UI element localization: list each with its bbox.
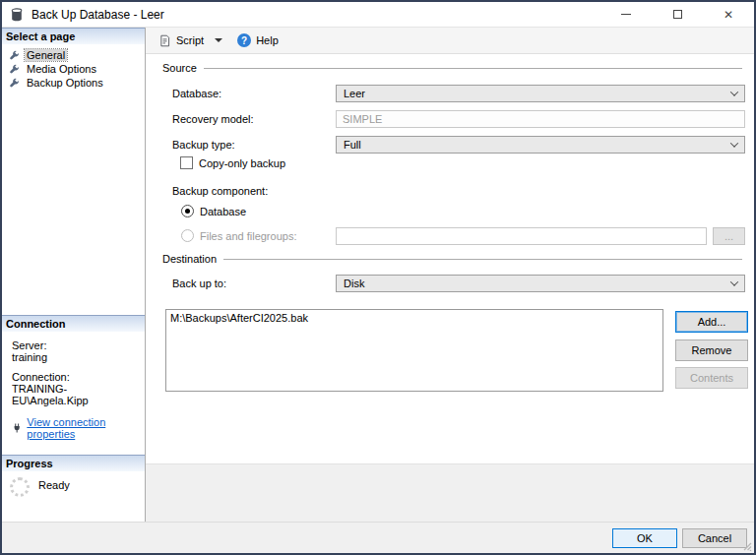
source-group-label: Source	[162, 62, 197, 74]
back-up-to-select[interactable]: Disk	[336, 275, 745, 292]
database-icon	[10, 8, 24, 22]
back-up-to-label: Back up to:	[172, 275, 226, 292]
window-title: Back Up Database - Leer	[32, 8, 164, 22]
script-dropdown-icon[interactable]	[215, 38, 222, 42]
remove-button[interactable]: Remove	[675, 339, 748, 361]
backup-component-label: Backup component:	[172, 182, 268, 200]
backup-database-dialog: Back Up Database - Leer ✕ Select a page …	[0, 0, 756, 555]
files-filegroups-radio	[181, 229, 194, 242]
server-label: Server:	[12, 339, 139, 351]
backup-destination-list[interactable]: M:\Backups\AfterCI2025.bak	[165, 309, 663, 392]
select-a-page-header: Select a page	[2, 28, 145, 44]
wrench-icon	[9, 50, 20, 61]
page-list: General Media Options Backup Options	[2, 44, 145, 90]
destination-group-label: Destination	[162, 253, 217, 265]
add-button[interactable]: Add...	[675, 311, 748, 333]
sidebar-item-backup-options[interactable]: Backup Options	[2, 76, 145, 90]
wrench-icon	[9, 64, 20, 75]
title-bar: Back Up Database - Leer ✕	[2, 2, 754, 28]
dialog-body: Select a page General Media Options Back…	[2, 28, 754, 522]
chevron-down-icon	[730, 278, 738, 285]
connection-section: Connection Server: training Connection: …	[2, 315, 145, 440]
sidebar-item-label: Backup Options	[25, 77, 105, 89]
database-select[interactable]: Leer	[336, 85, 745, 102]
database-label: Database:	[172, 85, 221, 102]
connection-properties-icon	[12, 422, 22, 434]
database-selected-value: Leer	[344, 88, 365, 99]
minimize-icon	[621, 14, 631, 15]
backup-type-selected-value: Full	[344, 139, 361, 151]
chevron-down-icon	[730, 139, 738, 147]
general-page-panel: Source Database: Leer Recovery model: Ba…	[146, 54, 754, 464]
minimize-button[interactable]	[600, 2, 652, 27]
recovery-model-label: Recovery model:	[172, 110, 254, 128]
files-filegroups-radio-label: Files and filegroups:	[200, 230, 296, 242]
spinner-icon	[10, 477, 30, 497]
close-icon: ✕	[724, 9, 733, 21]
database-radio-row: Database	[181, 205, 246, 217]
connection-value: TRAINING-EU\Angela.Kipp	[12, 383, 139, 406]
files-filegroups-radio-row: Files and filegroups:	[181, 229, 296, 242]
browse-files-button: ...	[713, 227, 745, 245]
copy-only-backup-checkbox[interactable]	[180, 156, 193, 169]
progress-header: Progress	[2, 455, 145, 471]
resize-grip[interactable]	[743, 542, 752, 551]
backup-path-item[interactable]: M:\Backups\AfterCI2025.bak	[170, 312, 659, 324]
files-filegroups-field	[336, 227, 707, 245]
help-label: Help	[256, 34, 279, 46]
database-radio[interactable]	[181, 205, 194, 217]
sidebar-item-label: Media Options	[25, 63, 98, 75]
sidebar-item-media-options[interactable]: Media Options	[2, 62, 145, 76]
group-rule	[204, 68, 742, 69]
script-label: Script	[176, 34, 204, 46]
copy-only-backup-row: Copy-only backup	[180, 156, 285, 169]
script-button[interactable]: Script	[155, 31, 208, 50]
backup-type-label: Backup type:	[172, 136, 235, 154]
help-icon: ?	[237, 33, 251, 47]
close-button[interactable]: ✕	[703, 2, 754, 27]
sidebar-item-label: General	[25, 49, 67, 61]
contents-button: Contents	[675, 367, 748, 389]
back-up-to-selected-value: Disk	[344, 278, 364, 289]
view-connection-properties-link[interactable]: View connection properties	[27, 416, 139, 440]
footer-bar: OK Cancel	[2, 522, 754, 553]
backup-type-select[interactable]: Full	[336, 136, 745, 154]
server-value: training	[12, 351, 139, 363]
wrench-icon	[9, 78, 20, 89]
connection-label: Connection:	[12, 371, 139, 383]
help-button[interactable]: ? Help	[233, 31, 283, 50]
toolbar: Script ? Help	[146, 28, 754, 54]
progress-section: Progress Ready	[2, 455, 145, 497]
sidebar-item-general[interactable]: General	[2, 48, 145, 62]
source-group-header: Source	[162, 62, 742, 74]
maximize-icon	[673, 10, 682, 19]
progress-status: Ready	[38, 477, 70, 491]
destination-group-header: Destination	[162, 253, 742, 265]
ok-button[interactable]: OK	[612, 528, 677, 548]
connection-header: Connection	[2, 315, 145, 332]
chevron-down-icon	[730, 88, 738, 95]
database-radio-label: Database	[200, 206, 246, 217]
script-icon	[158, 34, 171, 47]
maximize-button[interactable]	[652, 2, 703, 27]
recovery-model-field	[336, 110, 745, 128]
copy-only-backup-label: Copy-only backup	[199, 157, 285, 169]
cancel-button[interactable]: Cancel	[682, 528, 747, 548]
group-rule	[223, 259, 742, 260]
sidebar: Select a page General Media Options Back…	[2, 28, 146, 522]
